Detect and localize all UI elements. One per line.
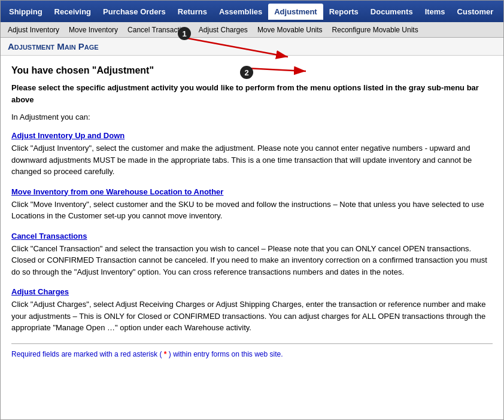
top-nav-item-assemblies[interactable]: Assemblies bbox=[213, 4, 268, 20]
required-note-end: ) within entry forms on this web site. bbox=[169, 350, 283, 358]
section-desc-2: Click "Cancel Transaction" and select th… bbox=[11, 243, 493, 278]
sub-nav-item-cancel-transaction[interactable]: Cancel Transaction bbox=[123, 23, 194, 36]
section-desc-3: Click "Adjust Charges", select Adjust Re… bbox=[11, 299, 493, 334]
section-desc-1: Click "Move Inventory", select customer … bbox=[11, 199, 493, 222]
top-nav-item-documents[interactable]: Documents bbox=[365, 4, 419, 20]
section-link-1[interactable]: Move Inventory from one Warehouse Locati… bbox=[11, 187, 493, 196]
section-link-2[interactable]: Cancel Transactions bbox=[11, 232, 493, 241]
top-nav-item-purchase-orders[interactable]: Purchase Orders bbox=[97, 4, 172, 20]
sub-nav-item-adjust-charges[interactable]: Adjust Charges bbox=[194, 23, 253, 36]
section-link-0[interactable]: Adjust Inventory Up and Down bbox=[11, 131, 493, 140]
main-content: You have chosen "Adjustment" Please sele… bbox=[1, 56, 503, 368]
app-window: ShippingReceivingPurchase OrdersReturnsA… bbox=[0, 0, 504, 420]
section-link-3[interactable]: Adjust Charges bbox=[11, 287, 493, 296]
top-nav-item-returns[interactable]: Returns bbox=[172, 4, 213, 20]
instruction-text: Please select the specific adjustment ac… bbox=[11, 82, 493, 105]
sub-nav-item-adjust-inventory[interactable]: Adjust Inventory bbox=[3, 23, 64, 36]
main-heading: You have chosen "Adjustment" bbox=[11, 65, 493, 76]
required-note-text: Required fields are marked with a red as… bbox=[11, 350, 162, 358]
sub-nav-item-move-movable-units[interactable]: Move Movable Units bbox=[253, 23, 327, 36]
page-title-bar: Adjustment Main Page bbox=[1, 38, 503, 56]
sections-container: Adjust Inventory Up and DownClick "Adjus… bbox=[11, 131, 493, 334]
section-desc-0: Click "Adjust Inventory", select the cus… bbox=[11, 142, 493, 178]
page-title: Adjustment Main Page bbox=[8, 41, 496, 51]
sub-nav-item-move-inventory[interactable]: Move Inventory bbox=[64, 23, 123, 36]
required-asterisk: * bbox=[164, 350, 167, 358]
sub-nav: Adjust InventoryMove InventoryCancel Tra… bbox=[1, 22, 503, 38]
top-nav-item-shipping[interactable]: Shipping bbox=[3, 4, 48, 20]
sub-nav-item-reconfigure-movable-units[interactable]: Reconfigure Movable Units bbox=[327, 23, 423, 36]
footer-divider bbox=[11, 343, 493, 344]
top-nav: ShippingReceivingPurchase OrdersReturnsA… bbox=[1, 1, 503, 22]
intro-text: In Adjustment you can: bbox=[11, 112, 493, 121]
top-nav-item-reports[interactable]: Reports bbox=[323, 4, 365, 20]
top-nav-item-receiving[interactable]: Receiving bbox=[48, 4, 97, 20]
required-note: Required fields are marked with a red as… bbox=[11, 350, 493, 358]
top-nav-item-adjustment[interactable]: Adjustment bbox=[268, 4, 323, 20]
top-nav-item-a[interactable]: A bbox=[499, 4, 504, 20]
top-nav-item-items[interactable]: Items bbox=[419, 4, 451, 20]
top-nav-item-customer[interactable]: Customer bbox=[451, 4, 500, 20]
